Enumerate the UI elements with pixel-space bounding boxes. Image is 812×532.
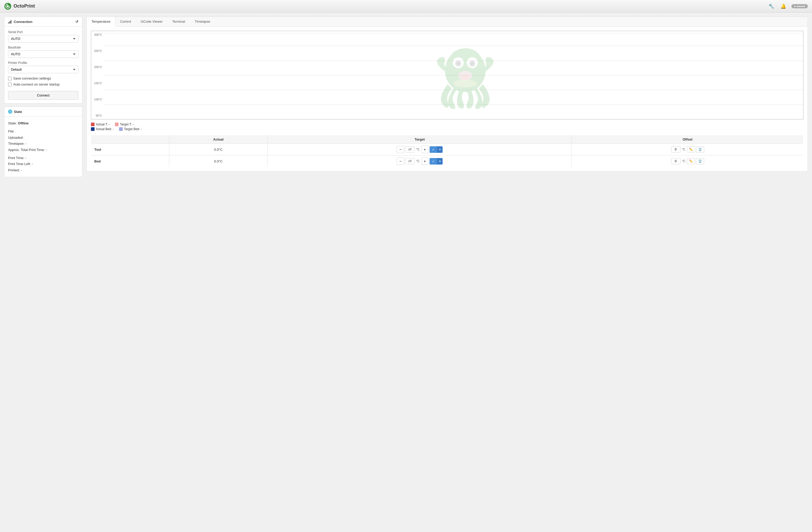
temp-table-head: Actual Target Offset: [91, 135, 803, 144]
file-label: File:: [8, 129, 15, 133]
bed-offset-input[interactable]: [671, 158, 680, 164]
connection-panel: Connection ↺ Serial Port AUTO Baudrate A…: [4, 17, 82, 103]
state-timing-section: Print Time: - Print Time Left: - Printed…: [8, 155, 78, 173]
main-layout: Connection ↺ Serial Port AUTO Baudrate A…: [0, 13, 812, 532]
tab-control[interactable]: Control: [115, 17, 136, 27]
header: OctoPrint 🔧 🔔 ● ●●●●●: [0, 0, 812, 13]
legend-row-2: Actual Bed: - Target Bed: -: [91, 127, 803, 131]
bed-confirm-dropdown[interactable]: ▾: [437, 158, 443, 165]
printer-profile-group: Printer Profile Default: [8, 61, 78, 73]
bed-offset-edit-button[interactable]: ✏️: [687, 158, 695, 164]
print-time-left-label: Print Time Left:: [8, 162, 31, 166]
tabs-content: 300°C 250°C 200°C 150°C 100°C 50°C: [87, 27, 808, 171]
save-settings-checkbox[interactable]: [8, 77, 12, 80]
auto-connect-checkbox[interactable]: [8, 83, 12, 86]
temp-table-body: Tool 0.0°C − °C +: [91, 144, 803, 167]
svg-point-9: [467, 57, 478, 68]
approx-time-label: Approx. Total Print Time:: [8, 148, 45, 152]
approx-time-line: Approx. Total Print Time: -: [8, 147, 78, 153]
print-time-left-line: Print Time Left: -: [8, 161, 78, 167]
info-icon: i: [8, 110, 12, 114]
printed-line: Printed: -: [8, 167, 78, 173]
svg-point-10: [455, 60, 461, 67]
uploaded-label: Uploaded:: [8, 136, 24, 140]
octoprint-logo-icon: [4, 3, 12, 10]
bed-plus-button[interactable]: +: [421, 157, 429, 165]
bed-target-controls: − °C + ✓ ▾: [271, 157, 568, 165]
tool-actual-cell: 0.0°C: [169, 144, 267, 155]
tab-gcode-viewer[interactable]: GCode Viewer: [136, 17, 168, 27]
tool-offset-controls: °C ✏️ 🗑️: [575, 146, 800, 153]
th-target: Target: [267, 135, 572, 144]
tool-offset-cell: °C ✏️ 🗑️: [572, 144, 803, 155]
state-file-section: File: Uploaded: Timelapse: - Approx.: [8, 128, 78, 153]
bed-offset-delete-button[interactable]: 🗑️: [696, 158, 704, 164]
bed-offset-controls: °C ✏️ 🗑️: [575, 158, 800, 164]
print-time-left-value: -: [32, 162, 33, 166]
bed-minus-button[interactable]: −: [397, 157, 404, 165]
state-panel-header: i State: [4, 107, 82, 116]
bed-unit: °C: [416, 159, 420, 163]
th-actual: Actual: [169, 135, 267, 144]
state-status-line: State: Offline: [8, 120, 78, 126]
state-label: State:: [8, 121, 17, 125]
tool-offset-unit: °C: [681, 148, 686, 151]
file-line: File:: [8, 128, 78, 134]
wrench-button[interactable]: 🔧: [767, 2, 775, 10]
tool-offset-delete-button[interactable]: 🗑️: [696, 146, 704, 153]
y-label-200: 200°C: [92, 66, 102, 69]
legend-row-1: Actual T: - Target T: -: [91, 123, 803, 126]
tool-target-cell: − °C + ✓ ▾: [267, 144, 572, 155]
bed-confirm-button[interactable]: ✓: [430, 158, 437, 165]
th-name: [91, 135, 169, 144]
tool-unit: °C: [416, 148, 420, 151]
bed-offset-unit: °C: [681, 159, 686, 163]
signal-icon: [8, 20, 12, 24]
tool-confirm-dropdown[interactable]: ▾: [437, 146, 443, 153]
bed-target-input[interactable]: [405, 158, 415, 164]
temperature-table-wrapper: Actual Target Offset Tool 0.0°C: [91, 135, 803, 167]
logo-container: OctoPrint: [4, 3, 35, 10]
printed-value: -: [20, 168, 21, 172]
state-info: State: Offline File: Uploaded:: [8, 120, 78, 173]
legend-swatch-target-t: [115, 123, 118, 126]
legend-target-bed: Target Bed: -: [119, 127, 142, 131]
svg-point-6: [445, 49, 485, 92]
y-label-100: 100°C: [92, 98, 102, 101]
printer-profile-select[interactable]: Default: [8, 66, 78, 73]
svg-point-8: [453, 57, 464, 68]
tool-offset-edit-button[interactable]: ✏️: [687, 146, 695, 153]
timelapse-label: Timelapse:: [8, 142, 25, 145]
tool-name-cell: Tool: [91, 144, 169, 155]
chart-inner: [104, 31, 803, 119]
print-time-line: Print Time: -: [8, 155, 78, 161]
baudrate-label: Baudrate: [8, 46, 78, 49]
user-badge: ● ●●●●●: [792, 4, 808, 8]
connection-panel-title: Connection: [14, 20, 32, 24]
tool-target-input[interactable]: [405, 146, 415, 153]
tool-plus-button[interactable]: +: [421, 146, 429, 153]
tool-minus-button[interactable]: −: [397, 146, 404, 153]
bed-target-cell: − °C + ✓ ▾: [267, 155, 572, 167]
bed-confirm-group: ✓ ▾: [430, 158, 443, 165]
print-time-label: Print Time:: [8, 156, 24, 160]
reload-icon[interactable]: ↺: [75, 19, 78, 24]
tab-terminal[interactable]: Terminal: [168, 17, 190, 27]
tab-timelapse[interactable]: Timelapse: [190, 17, 215, 27]
tab-temperature[interactable]: Temperature: [87, 17, 115, 27]
baudrate-group: Baudrate AUTO: [8, 46, 78, 58]
connection-panel-body: Serial Port AUTO Baudrate AUTO Printer P…: [4, 27, 82, 103]
auto-connect-label[interactable]: Auto-connect on server startup: [13, 82, 60, 86]
serial-port-select[interactable]: AUTO: [8, 35, 78, 42]
baudrate-select[interactable]: AUTO: [8, 50, 78, 58]
connect-button[interactable]: Connect: [8, 91, 78, 100]
tool-offset-input[interactable]: [671, 146, 680, 153]
sidebar: Connection ↺ Serial Port AUTO Baudrate A…: [4, 17, 82, 528]
tool-confirm-button[interactable]: ✓: [430, 146, 437, 153]
legend-label-target-t: Target T: -: [120, 123, 134, 126]
svg-point-15: [461, 75, 469, 80]
legend-swatch-actual-t: [91, 123, 95, 126]
save-settings-label[interactable]: Save connection settings: [13, 76, 51, 80]
bed-actual-cell: 0.0°C: [169, 155, 267, 167]
bell-button[interactable]: 🔔: [780, 2, 787, 10]
